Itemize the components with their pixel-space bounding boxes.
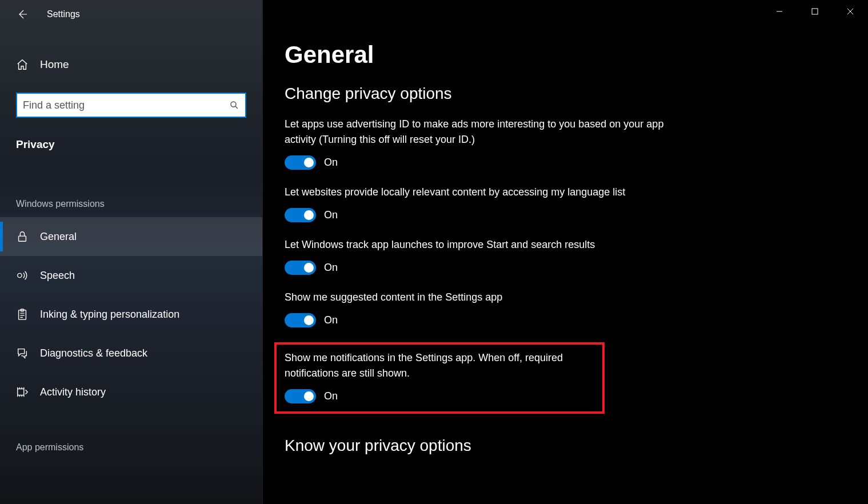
sidebar-item-label: Speech: [40, 270, 75, 282]
sidebar-item-inking[interactable]: Inking & typing personalization: [0, 295, 262, 334]
speech-icon: [16, 269, 29, 282]
content-area: General Change privacy options Let apps …: [263, 0, 868, 504]
minimize-icon: [776, 8, 783, 15]
feedback-icon: [16, 347, 29, 359]
toggle-state-label: On: [324, 157, 338, 169]
sidebar-item-diagnostics[interactable]: Diagnostics & feedback: [0, 334, 262, 373]
toggle-language-list[interactable]: [285, 208, 316, 222]
svg-rect-1: [19, 236, 26, 241]
subhead-change-privacy: Change privacy options: [285, 85, 845, 103]
titlebar: Settings: [0, 0, 262, 29]
setting-desc: Let Windows track app launches to improv…: [285, 237, 673, 253]
close-button[interactable]: [833, 0, 868, 23]
back-button[interactable]: [16, 8, 29, 21]
search-icon: [229, 100, 239, 110]
toggle-state-label: On: [324, 314, 338, 326]
maximize-icon: [811, 8, 818, 15]
sidebar: Settings Home Privacy Windows permission…: [0, 0, 263, 504]
lock-icon: [16, 230, 29, 243]
minimize-button[interactable]: [762, 0, 797, 23]
svg-point-0: [231, 102, 236, 107]
toggle-state-label: On: [324, 262, 338, 274]
clipboard-icon: [16, 308, 29, 321]
section-header-app-permissions: App permissions: [0, 442, 262, 453]
setting-desc: Let apps use advertising ID to make ads …: [285, 117, 673, 147]
setting-desc: Show me notifications in the Settings ap…: [285, 350, 594, 381]
sidebar-item-label: Activity history: [40, 386, 106, 398]
window-title: Settings: [47, 9, 80, 19]
setting-notifications: Show me notifications in the Settings ap…: [285, 350, 594, 403]
sidebar-item-speech[interactable]: Speech: [0, 256, 262, 295]
search-container: [0, 93, 262, 118]
setting-suggested-content: Show me suggested content in the Setting…: [285, 290, 673, 327]
svg-point-2: [18, 273, 22, 277]
search-input[interactable]: [23, 99, 229, 111]
highlight-box: Show me notifications in the Settings ap…: [274, 342, 605, 414]
close-icon: [847, 8, 854, 15]
toggle-notifications[interactable]: [285, 389, 316, 403]
toggle-advertising-id[interactable]: [285, 155, 316, 170]
maximize-button[interactable]: [797, 0, 833, 23]
sidebar-item-activity[interactable]: Activity history: [0, 373, 262, 411]
search-box[interactable]: [16, 93, 246, 118]
setting-desc: Show me suggested content in the Setting…: [285, 290, 673, 305]
sidebar-home-label: Home: [40, 58, 69, 71]
sidebar-item-label: Diagnostics & feedback: [40, 347, 147, 359]
toggle-suggested-content[interactable]: [285, 313, 316, 327]
sidebar-item-general[interactable]: General: [0, 217, 262, 256]
toggle-state-label: On: [324, 209, 338, 221]
setting-desc: Let websites provide locally relevant co…: [285, 185, 673, 200]
toggle-state-label: On: [324, 390, 338, 402]
sidebar-item-label: Inking & typing personalization: [40, 309, 179, 321]
subhead-know-privacy: Know your privacy options: [285, 437, 845, 455]
home-icon: [16, 58, 29, 71]
sidebar-item-label: General: [40, 231, 77, 243]
setting-language-list: Let websites provide locally relevant co…: [285, 185, 673, 222]
activity-icon: [16, 386, 29, 398]
back-arrow-icon: [17, 9, 28, 20]
sidebar-home[interactable]: Home: [0, 48, 262, 81]
section-header-windows-permissions: Windows permissions: [0, 199, 262, 209]
svg-rect-5: [18, 389, 24, 395]
page-title: General: [285, 41, 845, 69]
window-controls: [762, 0, 868, 23]
toggle-track-launches[interactable]: [285, 261, 316, 275]
category-label: Privacy: [0, 118, 262, 151]
setting-advertising-id: Let apps use advertising ID to make ads …: [285, 117, 673, 170]
svg-rect-6: [812, 9, 818, 14]
setting-track-launches: Let Windows track app launches to improv…: [285, 237, 673, 275]
